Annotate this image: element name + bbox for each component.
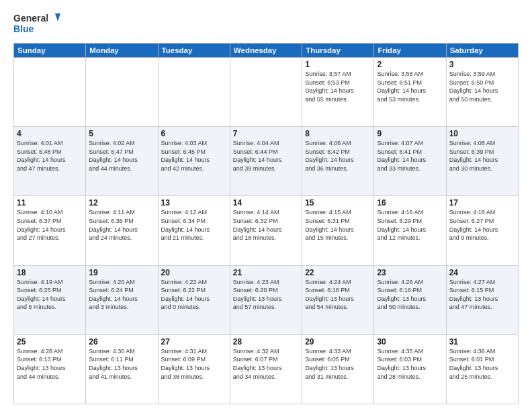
day-info: Sunrise: 4:16 AM Sunset: 6:29 PM Dayligh… — [377, 208, 443, 242]
svg-text:General: General — [13, 13, 48, 24]
day-info: Sunrise: 4:10 AM Sunset: 6:37 PM Dayligh… — [17, 208, 83, 242]
day-cell: 16Sunrise: 4:16 AM Sunset: 6:29 PM Dayli… — [374, 196, 446, 265]
day-info: Sunrise: 4:30 AM Sunset: 6:11 PM Dayligh… — [89, 347, 154, 381]
day-number: 19 — [89, 268, 154, 277]
weekday-header-tuesday: Tuesday — [158, 44, 230, 58]
day-number: 8 — [305, 129, 371, 138]
week-row-2: 4Sunrise: 4:01 AM Sunset: 6:48 PM Daylig… — [14, 127, 519, 196]
day-cell: 8Sunrise: 4:06 AM Sunset: 6:42 PM Daylig… — [302, 127, 374, 196]
day-number: 6 — [161, 129, 227, 138]
day-cell: 6Sunrise: 4:03 AM Sunset: 6:45 PM Daylig… — [158, 127, 230, 196]
week-row-5: 25Sunrise: 4:28 AM Sunset: 6:13 PM Dayli… — [14, 334, 519, 404]
weekday-header-row: SundayMondayTuesdayWednesdayThursdayFrid… — [14, 44, 519, 58]
weekday-header-friday: Friday — [374, 44, 446, 58]
day-cell: 3Sunrise: 3:59 AM Sunset: 6:50 PM Daylig… — [446, 58, 518, 127]
day-info: Sunrise: 4:20 AM Sunset: 6:24 PM Dayligh… — [89, 278, 154, 312]
day-number: 24 — [449, 268, 515, 277]
day-number: 13 — [161, 198, 227, 208]
logo-svg: General Blue — [13, 11, 60, 38]
day-number: 14 — [233, 198, 299, 208]
day-number: 15 — [305, 198, 371, 208]
day-info: Sunrise: 4:04 AM Sunset: 6:44 PM Dayligh… — [233, 139, 299, 173]
weekday-header-thursday: Thursday — [302, 44, 374, 58]
day-number: 29 — [305, 337, 371, 347]
day-number: 11 — [17, 198, 83, 208]
day-info: Sunrise: 4:03 AM Sunset: 6:45 PM Dayligh… — [161, 139, 227, 173]
day-cell: 15Sunrise: 4:15 AM Sunset: 6:31 PM Dayli… — [302, 196, 374, 265]
day-number: 27 — [161, 337, 227, 347]
day-info: Sunrise: 4:33 AM Sunset: 6:05 PM Dayligh… — [305, 347, 371, 381]
day-info: Sunrise: 4:24 AM Sunset: 6:18 PM Dayligh… — [305, 278, 371, 312]
day-info: Sunrise: 4:01 AM Sunset: 6:48 PM Dayligh… — [17, 139, 83, 173]
weekday-header-wednesday: Wednesday — [230, 44, 302, 58]
day-number: 26 — [89, 337, 154, 347]
day-number: 25 — [17, 337, 83, 347]
day-number: 22 — [305, 268, 371, 277]
day-cell: 27Sunrise: 4:31 AM Sunset: 6:09 PM Dayli… — [158, 334, 230, 404]
day-info: Sunrise: 4:11 AM Sunset: 6:36 PM Dayligh… — [89, 208, 154, 242]
day-info: Sunrise: 4:19 AM Sunset: 6:25 PM Dayligh… — [17, 278, 83, 312]
day-number: 1 — [305, 60, 371, 69]
day-cell: 21Sunrise: 4:23 AM Sunset: 6:20 PM Dayli… — [230, 265, 302, 334]
day-info: Sunrise: 4:35 AM Sunset: 6:03 PM Dayligh… — [377, 347, 443, 381]
day-info: Sunrise: 4:22 AM Sunset: 6:22 PM Dayligh… — [161, 278, 227, 312]
day-info: Sunrise: 4:23 AM Sunset: 6:20 PM Dayligh… — [233, 278, 299, 312]
day-cell: 17Sunrise: 4:18 AM Sunset: 6:27 PM Dayli… — [446, 196, 518, 265]
day-cell — [86, 58, 158, 127]
day-number: 10 — [449, 129, 515, 138]
day-info: Sunrise: 4:27 AM Sunset: 6:15 PM Dayligh… — [449, 278, 515, 312]
day-cell: 31Sunrise: 4:36 AM Sunset: 6:01 PM Dayli… — [446, 334, 518, 404]
day-number: 20 — [161, 268, 227, 277]
day-cell — [14, 58, 86, 127]
day-info: Sunrise: 4:15 AM Sunset: 6:31 PM Dayligh… — [305, 208, 371, 242]
weekday-header-monday: Monday — [86, 44, 158, 58]
day-info: Sunrise: 4:02 AM Sunset: 6:47 PM Dayligh… — [89, 139, 154, 173]
day-cell: 12Sunrise: 4:11 AM Sunset: 6:36 PM Dayli… — [86, 196, 158, 265]
day-number: 21 — [233, 268, 299, 277]
day-cell: 1Sunrise: 3:57 AM Sunset: 6:53 PM Daylig… — [302, 58, 374, 127]
day-cell: 11Sunrise: 4:10 AM Sunset: 6:37 PM Dayli… — [14, 196, 86, 265]
day-number: 4 — [17, 129, 83, 138]
logo: General Blue — [13, 11, 60, 38]
day-info: Sunrise: 4:36 AM Sunset: 6:01 PM Dayligh… — [449, 347, 515, 381]
day-cell: 24Sunrise: 4:27 AM Sunset: 6:15 PM Dayli… — [446, 265, 518, 334]
svg-text:Blue: Blue — [13, 24, 34, 34]
day-info: Sunrise: 4:31 AM Sunset: 6:09 PM Dayligh… — [161, 347, 227, 381]
day-number: 3 — [449, 60, 515, 69]
day-cell: 26Sunrise: 4:30 AM Sunset: 6:11 PM Dayli… — [86, 334, 158, 404]
day-cell: 2Sunrise: 3:58 AM Sunset: 6:51 PM Daylig… — [374, 58, 446, 127]
weekday-header-saturday: Saturday — [446, 44, 518, 58]
day-info: Sunrise: 4:07 AM Sunset: 6:41 PM Dayligh… — [377, 139, 443, 173]
day-cell: 4Sunrise: 4:01 AM Sunset: 6:48 PM Daylig… — [14, 127, 86, 196]
day-cell: 20Sunrise: 4:22 AM Sunset: 6:22 PM Dayli… — [158, 265, 230, 334]
day-cell: 23Sunrise: 4:26 AM Sunset: 6:16 PM Dayli… — [374, 265, 446, 334]
day-cell: 22Sunrise: 4:24 AM Sunset: 6:18 PM Dayli… — [302, 265, 374, 334]
week-row-1: 1Sunrise: 3:57 AM Sunset: 6:53 PM Daylig… — [14, 58, 519, 127]
day-info: Sunrise: 4:06 AM Sunset: 6:42 PM Dayligh… — [305, 139, 371, 173]
day-cell: 5Sunrise: 4:02 AM Sunset: 6:47 PM Daylig… — [86, 127, 158, 196]
day-cell: 28Sunrise: 4:32 AM Sunset: 6:07 PM Dayli… — [230, 334, 302, 404]
day-cell: 25Sunrise: 4:28 AM Sunset: 6:13 PM Dayli… — [14, 334, 86, 404]
day-number: 9 — [377, 129, 443, 138]
day-number: 31 — [449, 337, 515, 347]
day-cell: 18Sunrise: 4:19 AM Sunset: 6:25 PM Dayli… — [14, 265, 86, 334]
calendar: SundayMondayTuesdayWednesdayThursdayFrid… — [13, 43, 519, 404]
day-info: Sunrise: 4:32 AM Sunset: 6:07 PM Dayligh… — [233, 347, 299, 381]
day-number: 28 — [233, 337, 299, 347]
day-info: Sunrise: 4:12 AM Sunset: 6:34 PM Dayligh… — [161, 208, 227, 242]
day-number: 7 — [233, 129, 299, 138]
day-number: 17 — [449, 198, 515, 208]
day-number: 23 — [377, 268, 443, 277]
weekday-header-sunday: Sunday — [14, 44, 86, 58]
week-row-4: 18Sunrise: 4:19 AM Sunset: 6:25 PM Dayli… — [14, 265, 519, 334]
day-cell: 13Sunrise: 4:12 AM Sunset: 6:34 PM Dayli… — [158, 196, 230, 265]
day-info: Sunrise: 4:08 AM Sunset: 6:39 PM Dayligh… — [449, 139, 515, 173]
day-cell: 29Sunrise: 4:33 AM Sunset: 6:05 PM Dayli… — [302, 334, 374, 404]
day-info: Sunrise: 4:26 AM Sunset: 6:16 PM Dayligh… — [377, 278, 443, 312]
day-number: 12 — [89, 198, 154, 208]
day-cell: 30Sunrise: 4:35 AM Sunset: 6:03 PM Dayli… — [374, 334, 446, 404]
day-cell: 14Sunrise: 4:14 AM Sunset: 6:32 PM Dayli… — [230, 196, 302, 265]
page: General Blue SundayMondayTuesdayWednesda… — [0, 0, 532, 411]
day-cell — [230, 58, 302, 127]
day-number: 5 — [89, 129, 154, 138]
